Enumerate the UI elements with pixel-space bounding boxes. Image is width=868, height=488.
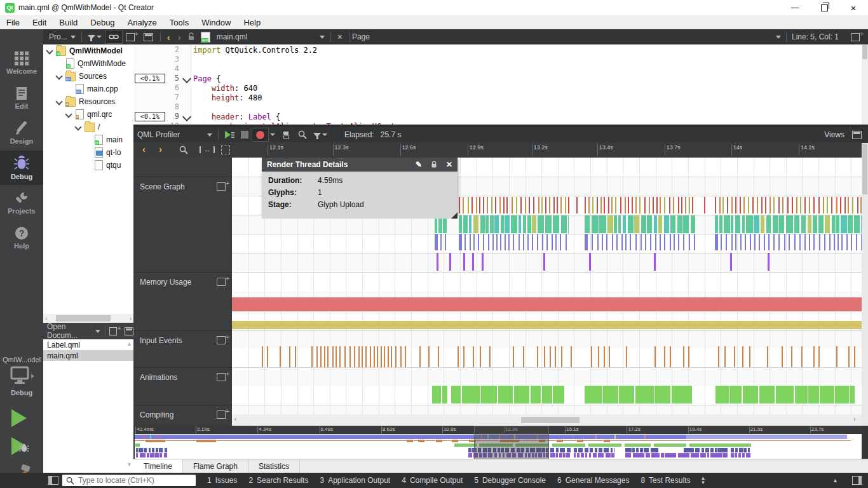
event-mark[interactable] xyxy=(555,234,557,250)
locator-input[interactable] xyxy=(77,475,187,485)
event-mark[interactable] xyxy=(813,346,815,367)
event-mark[interactable] xyxy=(818,215,824,233)
project-filter-dropdown[interactable]: Pro... xyxy=(46,29,79,44)
event-mark[interactable] xyxy=(820,386,834,403)
event-mark[interactable] xyxy=(489,346,491,367)
go-forward-button[interactable]: › xyxy=(174,32,185,43)
event-mark[interactable] xyxy=(829,234,831,250)
event-mark[interactable] xyxy=(523,346,524,367)
event-mark[interactable] xyxy=(463,215,468,233)
event-mark[interactable] xyxy=(689,234,690,250)
event-mark[interactable] xyxy=(848,197,849,214)
event-mark[interactable] xyxy=(344,346,346,367)
event-mark[interactable] xyxy=(607,215,613,233)
event-mark[interactable] xyxy=(544,346,545,367)
event-mark[interactable] xyxy=(400,346,402,367)
event-mark[interactable] xyxy=(585,386,602,403)
event-mark[interactable] xyxy=(776,386,794,403)
event-mark[interactable] xyxy=(599,215,606,233)
event-mark[interactable] xyxy=(787,197,789,214)
scroll-up-icon[interactable]: ▲ xyxy=(126,341,132,347)
event-mark[interactable] xyxy=(513,346,514,367)
event-mark[interactable] xyxy=(825,215,830,233)
event-mark[interactable] xyxy=(585,197,586,214)
event-mark[interactable] xyxy=(320,346,322,367)
event-mark[interactable] xyxy=(641,234,642,250)
analyzer-selector-dropdown[interactable]: QML Profiler xyxy=(133,127,215,142)
event-mark[interactable] xyxy=(692,197,693,214)
event-mark[interactable] xyxy=(799,234,801,250)
event-mark[interactable] xyxy=(670,346,671,367)
event-mark[interactable] xyxy=(339,346,341,367)
tree-item-resources[interactable]: #Resources xyxy=(43,95,133,108)
event-mark[interactable] xyxy=(438,346,439,367)
event-mark[interactable] xyxy=(746,215,752,233)
event-mark[interactable] xyxy=(501,215,503,233)
event-mark[interactable] xyxy=(561,215,567,233)
event-mark[interactable] xyxy=(612,234,613,250)
event-mark[interactable] xyxy=(465,234,466,250)
event-mark[interactable] xyxy=(669,197,670,214)
event-mark[interactable] xyxy=(568,197,569,214)
restore-button[interactable] xyxy=(810,0,839,15)
event-mark[interactable] xyxy=(761,197,763,214)
event-mark[interactable] xyxy=(750,234,751,250)
event-mark[interactable] xyxy=(715,215,718,233)
event-mark[interactable] xyxy=(597,234,599,250)
filter-tree-button[interactable] xyxy=(85,29,105,44)
split-editor-button[interactable] xyxy=(848,29,863,44)
event-mark[interactable] xyxy=(759,234,760,250)
event-mark[interactable] xyxy=(835,386,848,403)
event-mark[interactable] xyxy=(832,215,835,233)
event-mark[interactable] xyxy=(549,197,550,214)
event-mark[interactable] xyxy=(327,346,329,367)
lock-icon[interactable] xyxy=(431,161,437,168)
event-mark[interactable] xyxy=(527,215,531,233)
menu-item-window[interactable]: Window xyxy=(195,15,237,29)
event-mark[interactable] xyxy=(560,234,561,250)
filter-events-button[interactable] xyxy=(310,127,330,142)
event-mark[interactable] xyxy=(754,215,759,233)
mode-item-help[interactable]: ?Help xyxy=(0,220,43,255)
event-mark[interactable] xyxy=(848,215,853,233)
event-mark[interactable] xyxy=(311,346,313,367)
event-mark[interactable] xyxy=(505,215,510,233)
chevron-down-icon[interactable] xyxy=(776,36,781,39)
chevron-down-icon[interactable] xyxy=(55,72,62,79)
event-mark[interactable] xyxy=(516,197,517,214)
event-mark[interactable] xyxy=(782,197,783,214)
event-mark[interactable] xyxy=(635,197,637,214)
event-mark[interactable] xyxy=(794,215,800,233)
views-button[interactable]: Views xyxy=(824,130,844,139)
resize-handle[interactable] xyxy=(451,212,458,219)
event-mark[interactable] xyxy=(628,197,629,214)
event-mark[interactable] xyxy=(483,234,484,250)
event-mark[interactable] xyxy=(324,346,325,367)
split-icon[interactable] xyxy=(109,327,118,336)
tree-item-main[interactable]: qtmain xyxy=(43,133,133,146)
event-mark[interactable] xyxy=(463,253,465,271)
event-mark[interactable] xyxy=(374,346,375,367)
event-mark[interactable] xyxy=(649,197,650,214)
event-mark[interactable] xyxy=(485,215,489,233)
tree-item-qmlwithmode[interactable]: qtQmlWithMode xyxy=(43,57,133,70)
tree-item-sources[interactable]: c+Sources xyxy=(43,70,133,83)
event-mark[interactable] xyxy=(625,234,627,250)
event-mark[interactable] xyxy=(428,346,430,367)
event-mark[interactable] xyxy=(740,197,741,214)
event-mark[interactable] xyxy=(538,215,544,233)
event-mark[interactable] xyxy=(545,215,552,233)
kit-selector-button[interactable] xyxy=(9,366,37,386)
event-mark[interactable] xyxy=(647,215,652,233)
event-mark[interactable] xyxy=(824,234,825,250)
event-mark[interactable] xyxy=(831,197,832,214)
event-mark[interactable] xyxy=(289,346,290,367)
event-mark[interactable] xyxy=(533,197,534,214)
event-mark[interactable] xyxy=(262,346,263,367)
views-panel-icon[interactable] xyxy=(852,131,862,139)
event-mark[interactable] xyxy=(565,197,566,214)
panel-icon[interactable] xyxy=(125,327,133,336)
event-mark[interactable] xyxy=(432,386,441,403)
event-mark[interactable] xyxy=(358,346,360,367)
close-button[interactable]: × xyxy=(839,0,868,15)
